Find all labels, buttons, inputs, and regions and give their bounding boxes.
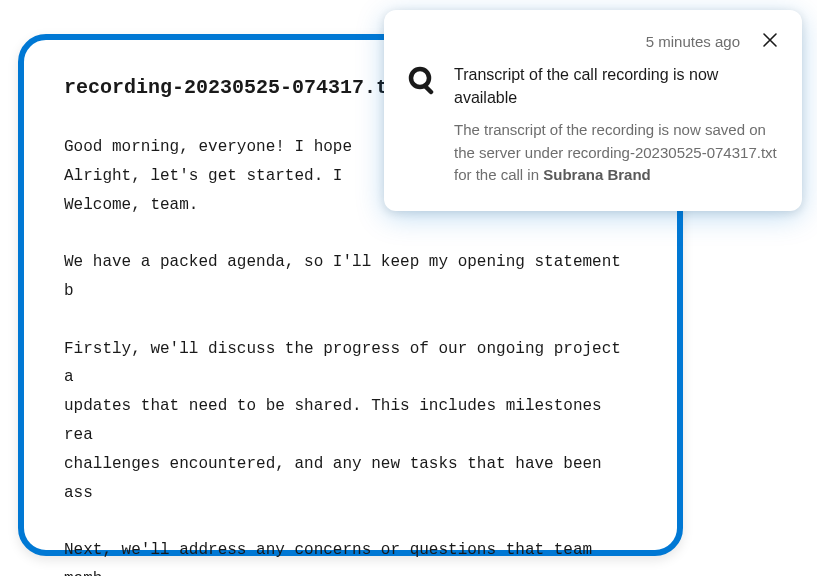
notification-description-middle: for the call in [454,166,543,183]
close-icon [762,32,778,51]
notification-text: Transcript of the call recording is now … [454,63,780,187]
notification-card: 5 minutes ago Transcript of the call rec… [384,10,802,211]
notification-content: Transcript of the call recording is now … [406,63,780,187]
notification-title: Transcript of the call recording is now … [454,63,780,109]
speech-bubble-icon [406,65,436,95]
notification-timestamp: 5 minutes ago [646,33,740,50]
close-button[interactable] [760,30,780,53]
notification-header: 5 minutes ago [406,30,780,53]
notification-description: The transcript of the recording is now s… [454,119,780,187]
notification-filename: recording-20230525-074317.txt [567,144,776,161]
notification-brand: Subrana Brand [543,166,651,183]
